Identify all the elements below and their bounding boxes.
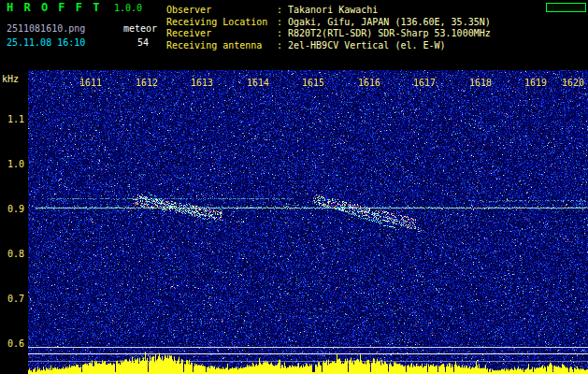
x-tick-label: 1613 [189, 78, 215, 88]
y-tick-label: 0.9 [0, 204, 24, 214]
info-row-receiver: Receiver : R820T2(RTL-SDR) SDR-Sharp 53.… [166, 28, 491, 40]
y-tick-label: 0.7 [0, 294, 24, 304]
info-row-observer: Observer : Takanori Kawachi [166, 5, 491, 17]
datetime-label: 25.11.08 16:10 [7, 37, 85, 48]
x-tick-label: 1619 [523, 78, 549, 88]
y-tick-label: 0.8 [0, 249, 24, 259]
x-tick-label: 1615 [300, 78, 326, 88]
app-title: H R O F F T [7, 1, 101, 14]
info-value: Takanori Kawachi [288, 5, 378, 17]
x-tick-label: 1614 [245, 78, 271, 88]
echo-count: 54 [137, 37, 149, 48]
info-row-location: Receiving Location : Ogaki, Gifu, JAPAN … [166, 17, 491, 29]
info-row-antenna: Receiving antenna : 2el-HB9CV Vertical (… [166, 40, 491, 52]
info-label: Observer [166, 5, 277, 17]
info-separator: : [277, 40, 288, 52]
x-tick-label: 1611 [78, 78, 104, 88]
y-tick-label: 1.0 [0, 159, 24, 169]
station-info: Observer : Takanori Kawachi Receiving Lo… [166, 5, 491, 51]
x-tick-label: 1620 [560, 78, 586, 88]
app-version: 1.0.0 [114, 3, 142, 13]
info-separator: : [277, 17, 288, 29]
hrofft-window: H R O F F T 1.0.0 2511081610.png meteor … [0, 0, 588, 374]
x-tick-label: 1617 [411, 78, 437, 88]
mode-label: meteor [123, 23, 157, 34]
info-label: Receiving antenna [166, 40, 277, 52]
info-label: Receiving Location [166, 17, 277, 29]
y-axis-unit: kHz [2, 74, 19, 84]
x-tick-label: 1616 [356, 78, 382, 88]
level-indicator-box [546, 3, 586, 12]
x-tick-label: 1612 [134, 78, 160, 88]
info-separator: : [277, 28, 288, 40]
spectrogram-canvas [28, 70, 588, 374]
info-value: Ogaki, Gifu, JAPAN (136.60E, 35.35N) [288, 17, 491, 29]
info-separator: : [277, 5, 288, 17]
info-value: 2el-HB9CV Vertical (el. E-W) [288, 40, 446, 52]
info-label: Receiver [166, 28, 277, 40]
y-tick-label: 0.6 [0, 338, 24, 349]
output-filename: 2511081610.png [7, 23, 85, 34]
info-value: R820T2(RTL-SDR) SDR-Sharp 53.1000MHz [288, 28, 491, 40]
y-tick-label: 1.1 [0, 114, 24, 124]
x-tick-label: 1618 [467, 78, 494, 88]
